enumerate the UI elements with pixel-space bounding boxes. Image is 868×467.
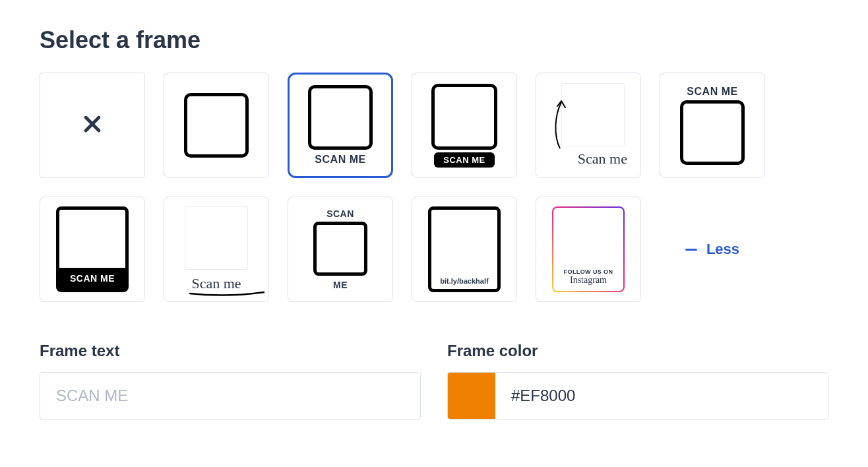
underline-icon	[187, 291, 266, 296]
frame-text-input[interactable]	[40, 372, 421, 420]
frame-option-none[interactable]	[40, 73, 145, 178]
frame-caption-badge: SCAN ME	[434, 152, 494, 168]
frame-option-backhalf[interactable]: bit.ly/backhalf	[412, 197, 517, 302]
show-less-toggle[interactable]: Less	[660, 197, 765, 302]
frame-caption-follow: FOLLOW US ON	[564, 268, 613, 275]
frame-preview-box	[185, 206, 248, 270]
section-heading: Select a frame	[40, 26, 828, 54]
frame-text-group: Frame text	[40, 342, 421, 420]
arrow-icon	[551, 98, 569, 150]
frame-caption: SCAN ME	[315, 154, 365, 166]
color-swatch[interactable]	[448, 373, 495, 419]
frame-option-badge[interactable]: SCAN ME	[412, 73, 517, 178]
frame-caption-script: Scan me	[191, 275, 241, 292]
frame-option-instagram[interactable]: FOLLOW US ON Instagram	[536, 197, 641, 302]
frame-option-polaroid[interactable]: SCAN ME	[40, 197, 145, 302]
frame-preview-box	[184, 93, 249, 158]
frame-caption-bar: SCAN ME	[59, 268, 125, 289]
show-less-label: Less	[706, 241, 739, 258]
frame-color-group: Frame color	[447, 342, 828, 420]
close-icon	[81, 113, 104, 138]
frame-preview-box	[313, 222, 367, 276]
frame-option-caption-below[interactable]: SCAN ME	[288, 73, 393, 178]
minus-icon	[685, 249, 697, 251]
frame-text-label: Frame text	[40, 342, 421, 360]
frame-option-script-underline[interactable]: Scan me	[164, 197, 269, 302]
frame-caption-link: bit.ly/backhalf	[440, 277, 488, 285]
frame-option-plain[interactable]	[164, 73, 269, 178]
frame-preview-box	[431, 84, 497, 150]
frame-preview-link: bit.ly/backhalf	[428, 206, 501, 292]
frame-color-input[interactable]	[495, 373, 828, 419]
frame-preview-instagram: FOLLOW US ON Instagram	[552, 206, 625, 292]
frame-option-script-arrow[interactable]: Scan me	[536, 73, 641, 178]
frame-preview-polaroid: SCAN ME	[56, 206, 129, 292]
frame-preview-box	[561, 83, 625, 146]
frame-caption-script: Scan me	[578, 150, 627, 168]
frame-option-split[interactable]: SCAN ME	[288, 197, 393, 302]
frame-caption: SCAN ME	[687, 86, 737, 98]
frame-caption-top: SCAN	[326, 208, 354, 219]
frame-grid: SCAN ME SCAN ME Scan me SCAN ME SCAN ME	[40, 73, 828, 302]
frame-preview-box	[308, 85, 373, 150]
frame-preview-box	[680, 100, 745, 165]
frame-option-caption-above[interactable]: SCAN ME	[660, 73, 765, 178]
frame-color-wrap	[447, 372, 828, 420]
frame-color-label: Frame color	[447, 342, 828, 360]
controls-row: Frame text Frame color	[40, 342, 828, 420]
frame-caption-bottom: ME	[333, 280, 348, 290]
instagram-logo-text: Instagram	[570, 275, 607, 286]
